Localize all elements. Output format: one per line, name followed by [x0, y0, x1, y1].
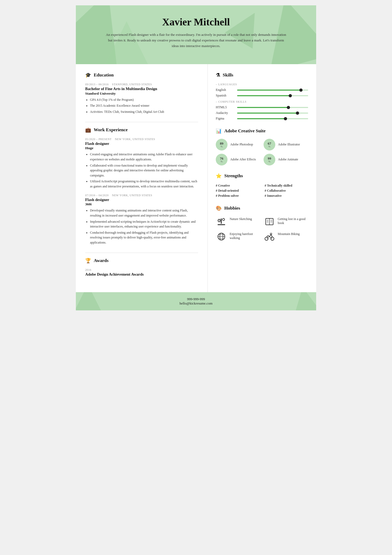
hobbies-title: 🎨 Hobbies	[216, 205, 308, 212]
adobe-name-2: Adobe After Effects	[230, 157, 256, 162]
hobby-3: Mountain Biking	[264, 231, 308, 242]
education-bullet-2: Activities: TEDx Club, Swimming Club, Di…	[90, 109, 198, 114]
work-bullet-0-0: Created engaging and interactive animati…	[90, 152, 198, 162]
skill-audacity: Audacity	[216, 111, 308, 115]
work-title-0: Flash designer	[85, 141, 198, 146]
work-bullets-0: Created engaging and interactive animati…	[85, 152, 198, 189]
adobe-name-1: Adobe Illustrator	[278, 142, 300, 147]
strength-1: # Technically skilled	[265, 184, 308, 188]
work-title-1: Flash designer	[85, 197, 198, 202]
svg-rect-0	[218, 224, 225, 225]
work-bullet-0-2: Utilized ActionScript programming to dev…	[90, 179, 198, 189]
work-entry-1: 07/2016 – 04/2020 New York, United State…	[85, 194, 198, 245]
languages-label: – LANGUAGES	[216, 83, 308, 86]
adobe-section: 📊 Adobe Creative Suite 89 % Adobe Photos…	[216, 128, 308, 165]
adobe-name-3: Adobe Animate	[278, 157, 298, 162]
adobe-item-3: 99 % Adobe Animate	[264, 154, 308, 165]
header-section: Xavier Mitchell An experienced Flash des…	[76, 5, 316, 64]
strength-2: # Detail-oriented	[216, 189, 259, 193]
skill-english: English	[216, 88, 308, 92]
candidate-name: Xavier Mitchell	[92, 16, 300, 28]
education-section: 🎓 Education 09/2013 – 06/2016 Stanford, …	[85, 72, 198, 114]
skill-spanish-bar	[237, 95, 308, 96]
hobby-name-3: Mountain Biking	[278, 231, 300, 236]
award-name: Adobe Design Achievement Awards	[85, 272, 198, 277]
awards-section: 🏆 Awards 2016 Adobe Design Achievement A…	[85, 258, 198, 277]
strength-0: # Creative	[216, 184, 259, 188]
education-bullet-0: GPA 4.0 (Top 1% of the Program)	[90, 97, 198, 102]
adobe-item-1: 67 % Adobe Illustrator	[264, 139, 308, 151]
skill-figma-name: Figma	[216, 117, 234, 121]
strengths-icon: ⭐	[216, 173, 222, 179]
hobby-0: Nature Sketching	[216, 216, 260, 227]
skills-icon: ⚗	[216, 72, 220, 78]
work-title: 💼 Work Experience	[85, 127, 198, 134]
hobbies-section: 🎨 Hobbies	[216, 205, 308, 242]
skill-english-bar	[237, 90, 308, 91]
skill-html5-name: HTML5	[216, 105, 234, 109]
hobby-icon-1	[264, 216, 275, 227]
adobe-circle-3: 99 %	[264, 154, 275, 165]
skills-section: ⚗ Skills – LANGUAGES English Spanish	[216, 72, 308, 121]
footer-email: hello@kickresume.com	[81, 301, 311, 306]
education-title: 🎓 Education	[85, 72, 198, 79]
hobby-name-0: Nature Sketching	[230, 216, 252, 221]
skill-english-name: English	[216, 88, 234, 92]
right-column: ⚗ Skills – LANGUAGES English Spanish	[208, 64, 316, 292]
work-bullets-1: Developed visually stunning animations a…	[85, 208, 198, 245]
hobby-1: Getting lost in a good book	[264, 216, 308, 227]
work-bullet-0-1: Collaborated with cross-functional teams…	[90, 163, 198, 178]
adobe-item-0: 89 % Adobe Photoshop	[216, 139, 260, 151]
education-institution: Stanford University	[85, 91, 198, 96]
adobe-grid: 89 % Adobe Photoshop 67 % Adobe Illustra…	[216, 139, 308, 165]
adobe-circle-2: 76 %	[216, 154, 228, 165]
hobby-name-2: Enjoying barefoot walking	[230, 231, 260, 240]
hobbies-icon: 🎨	[216, 205, 222, 211]
svg-point-3	[222, 218, 225, 221]
work-bullet-1-1: Implemented advanced scripting technique…	[90, 219, 198, 229]
award-entry-0: 2016 Adobe Design Achievement Awards	[85, 268, 198, 277]
education-bullet-1: The 2015 Academic Excellence Award winne…	[90, 103, 198, 108]
adobe-circle-0: 89 %	[216, 139, 228, 151]
skill-figma-bar	[237, 118, 308, 119]
work-bullet-1-2: Conducted thorough testing and debugging…	[90, 230, 198, 245]
left-column: 🎓 Education 09/2013 – 06/2016 Stanford, …	[76, 64, 208, 292]
svg-rect-1	[221, 218, 222, 224]
resume: Xavier Mitchell An experienced Flash des…	[76, 5, 316, 310]
work-company-0: Huge	[85, 146, 198, 150]
skills-title: ⚗ Skills	[216, 72, 308, 79]
award-year: 2016	[85, 268, 198, 271]
work-icon: 💼	[85, 127, 91, 133]
skill-figma: Figma	[216, 117, 308, 121]
skill-audacity-name: Audacity	[216, 111, 234, 115]
hobby-name-1: Getting lost in a good book	[278, 216, 308, 225]
work-meta-1: 07/2016 – 04/2020 New York, United State…	[85, 194, 198, 197]
hobbies-grid: Nature Sketching	[216, 216, 308, 242]
hobby-2: Enjoying barefoot walking	[216, 231, 260, 242]
hobby-icon-2	[216, 231, 227, 242]
strengths-grid: # Creative # Technically skilled # Detai…	[216, 184, 308, 198]
education-bullets: GPA 4.0 (Top 1% of the Program) The 2015…	[85, 97, 198, 114]
skill-spanish-name: Spanish	[216, 94, 234, 98]
strengths-title: ⭐ Strengths	[216, 173, 308, 180]
hobby-icon-0	[216, 216, 227, 227]
education-degree: Bachelor of Fine Arts in Multimedia Desi…	[85, 86, 198, 91]
strength-3: # Collaborative	[265, 189, 308, 193]
skill-html5: HTML5	[216, 105, 308, 109]
adobe-name-0: Adobe Photoshop	[230, 142, 253, 147]
work-experience-section: 💼 Work Experience 05/2020 – Present New …	[85, 127, 198, 245]
main-content: 🎓 Education 09/2013 – 06/2016 Stanford, …	[76, 64, 316, 292]
awards-title: 🏆 Awards	[85, 258, 198, 265]
work-entry-0: 05/2020 – Present New York, United State…	[85, 138, 198, 189]
education-icon: 🎓	[85, 72, 91, 78]
strengths-section: ⭐ Strengths # Creative # Technically ski…	[216, 173, 308, 198]
footer-content: 999-999-999 hello@kickresume.com	[81, 297, 311, 306]
adobe-icon: 📊	[216, 128, 222, 134]
adobe-item-2: 76 % Adobe After Effects	[216, 154, 260, 165]
adobe-title: 📊 Adobe Creative Suite	[216, 128, 308, 135]
skill-audacity-bar	[237, 113, 308, 114]
footer: 999-999-999 hello@kickresume.com	[76, 292, 316, 310]
education-meta: 09/2013 – 06/2016 Stanford, United State…	[85, 83, 198, 86]
computer-label: – COMPUTER SKILLS	[216, 100, 308, 103]
work-bullet-1-0: Developed visually stunning animations a…	[90, 208, 198, 218]
